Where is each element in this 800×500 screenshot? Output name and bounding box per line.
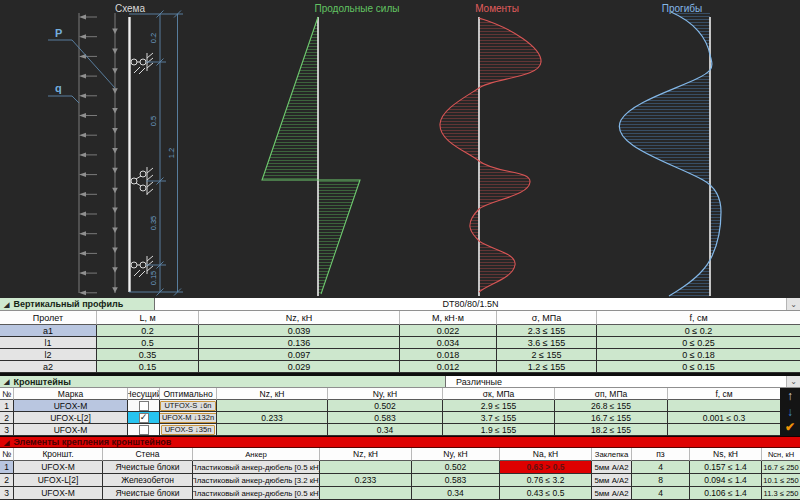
- load-q-leader: [48, 96, 79, 103]
- fasteners-table-header: № Кроншт. Стена Анкер Nz, кН Ny, кН Na, …: [0, 448, 800, 461]
- collapse-icon[interactable]: ◢: [4, 439, 9, 446]
- fasteners-section-title: Элементы крепления кронштейнов: [13, 437, 171, 447]
- bearing-checkbox-cell: ✓: [128, 412, 160, 424]
- table-row[interactable]: 1 UFOX-M Ячеистые блоки Пластиковый анке…: [0, 461, 800, 474]
- fasteners-section-bar[interactable]: ◢ Элементы крепления кронштейнов: [0, 436, 800, 448]
- brackets-section-bar: ◢ Кронштейны Различные ⌄: [0, 376, 800, 388]
- svg-text:0.5: 0.5: [149, 116, 158, 126]
- axial-forces-title: Продольные силы: [315, 3, 400, 14]
- profile-combo[interactable]: DT80/80/1.5N: [155, 298, 786, 310]
- optimal-bracket-button[interactable]: UFOX-S ↓35n: [161, 425, 216, 435]
- table-row[interactable]: l2 0.35 0.097 0.018 2 ≤ 155 0 ≤ 0.18: [0, 349, 800, 361]
- axial-forces-diagram: [262, 17, 360, 296]
- move-up-icon[interactable]: ↑: [787, 390, 793, 403]
- profile-section-title: Вертикальный профиль: [13, 299, 123, 309]
- brackets-table: № Марка Несущий Оптимально Nz, кН Ny, кН…: [0, 388, 800, 436]
- dimension-labels: 0.2 0.5 0.35 0.15 1.2: [149, 33, 176, 286]
- bearing-checkbox[interactable]: ✓: [139, 413, 149, 423]
- anchor-overload-cell: 0.63 > 0.5: [500, 461, 592, 474]
- facade-calc-window: Схема Продольные силы Моменты Прогибы P …: [0, 0, 800, 500]
- svg-text:0.35: 0.35: [149, 216, 158, 231]
- table-row[interactable]: 3 UFOX-M Ячеистые блоки Пластиковый анке…: [0, 487, 800, 500]
- brackets-type-combo[interactable]: Различные: [446, 376, 786, 387]
- row-actions-panel: ↑ ↓ ✔: [780, 388, 800, 436]
- moments-title: Моменты: [475, 3, 519, 14]
- table-row[interactable]: 3 UFOX-M UFOX-S ↓35n 0.34 1.9 ≤ 155 18.2…: [0, 424, 800, 436]
- profile-table: Пролет L, м Nz, кН М, кН·м σ, МПа f, см …: [0, 311, 800, 373]
- load-p-leader: [48, 40, 115, 88]
- svg-text:0.15: 0.15: [149, 271, 158, 286]
- move-down-icon[interactable]: ↓: [787, 406, 793, 419]
- profile-table-header: Пролет L, м Nz, кН М, кН·м σ, МПа f, см: [0, 311, 800, 325]
- apply-check-icon[interactable]: ✔: [785, 421, 795, 434]
- fasteners-table: № Кроншт. Стена Анкер Nz, кН Ny, кН Na, …: [0, 448, 800, 500]
- svg-text:1.2: 1.2: [167, 148, 176, 158]
- optimal-bracket-button[interactable]: UTFOX-S ↓6n: [160, 401, 215, 411]
- bearing-checkbox-cell: [128, 400, 160, 412]
- profile-combo-arrow-icon[interactable]: ⌄: [786, 298, 800, 310]
- load-arrows: [79, 13, 118, 295]
- moments-diagram: [440, 17, 541, 296]
- load-p-label: P: [55, 27, 62, 39]
- optimal-bracket-button[interactable]: UFOX-M ↓132n: [160, 413, 217, 423]
- scheme-title: Схема: [115, 3, 146, 14]
- table-row[interactable]: 1 UFOX-M UTFOX-S ↓6n 0.502 2.9 ≤ 155 26.…: [0, 400, 800, 412]
- bearing-checkbox-cell: [128, 424, 160, 436]
- profile-section-bar: ◢ Вертикальный профиль DT80/80/1.5N ⌄: [0, 298, 800, 311]
- support-symbols: [131, 53, 153, 277]
- brackets-section-title: Кронштейны: [13, 377, 71, 387]
- table-row[interactable]: а2 0.15 0.029 0.012 1.2 ≤ 155 0 ≤ 0.15: [0, 361, 800, 373]
- bearing-checkbox[interactable]: [139, 401, 149, 411]
- table-row[interactable]: 2 UFOX-L[2] Железобетон Пластиковый анке…: [0, 474, 800, 487]
- deflections-diagram: [619, 12, 721, 296]
- brackets-group-header[interactable]: ◢ Кронштейны: [0, 376, 446, 387]
- svg-text:0.2: 0.2: [149, 33, 158, 43]
- collapse-icon[interactable]: ◢: [4, 378, 9, 385]
- bearing-checkbox[interactable]: [139, 425, 149, 435]
- profile-group-header[interactable]: ◢ Вертикальный профиль: [0, 298, 155, 310]
- brackets-combo-arrow-icon[interactable]: ⌄: [786, 376, 800, 387]
- table-row[interactable]: l1 0.5 0.136 0.034 3.6 ≤ 155 0 ≤ 0.25: [0, 337, 800, 349]
- collapse-icon[interactable]: ◢: [4, 301, 9, 308]
- diagram-canvas: Схема Продольные силы Моменты Прогибы P …: [0, 0, 800, 298]
- load-q-label: q: [55, 82, 62, 94]
- table-row[interactable]: 2 UFOX-L[2] ✓ UFOX-M ↓132n 0.233 0.583 3…: [0, 412, 800, 424]
- brackets-table-header: № Марка Несущий Оптимально Nz, кН Ny, кН…: [0, 388, 800, 400]
- table-row[interactable]: а1 0.2 0.039 0.022 2.3 ≤ 155 0 ≤ 0.2: [0, 325, 800, 337]
